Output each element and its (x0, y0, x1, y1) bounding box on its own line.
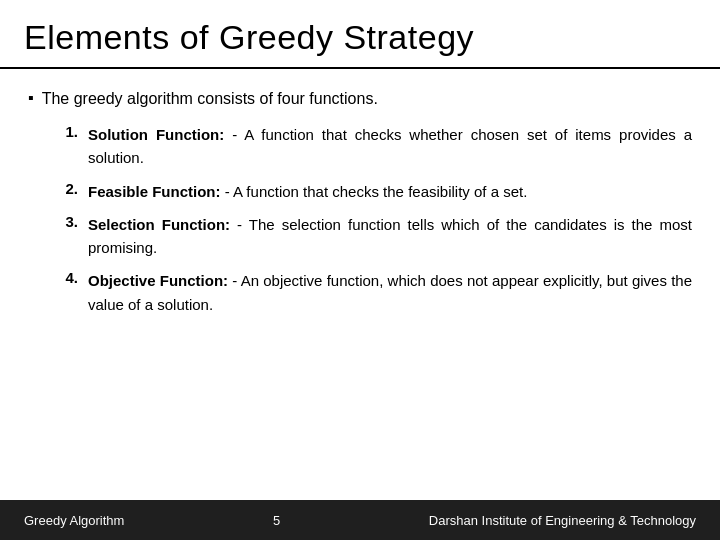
item-text: Feasible Function: - A function that che… (88, 180, 527, 203)
item-number: 3. (60, 213, 78, 230)
intro-bullet: ▪ The greedy algorithm consists of four … (28, 87, 692, 111)
functions-list: 1. Solution Function: - A function that … (60, 123, 692, 316)
intro-text: The greedy algorithm consists of four fu… (42, 87, 378, 111)
item-text: Selection Function: - The selection func… (88, 213, 692, 260)
slide-content: ▪ The greedy algorithm consists of four … (0, 69, 720, 500)
item-number: 2. (60, 180, 78, 197)
list-item: 3. Selection Function: - The selection f… (60, 213, 692, 260)
slide-title: Elements of Greedy Strategy (24, 18, 696, 57)
item-text: Objective Function: - An objective funct… (88, 269, 692, 316)
item-number: 4. (60, 269, 78, 286)
slide-footer: Greedy Algorithm 5 Darshan Institute of … (0, 500, 720, 540)
footer-left-text: Greedy Algorithm (24, 513, 124, 528)
footer-right-text: Darshan Institute of Engineering & Techn… (429, 513, 696, 528)
item-text: Solution Function: - A function that che… (88, 123, 692, 170)
slide: Elements of Greedy Strategy ▪ The greedy… (0, 0, 720, 540)
slide-header: Elements of Greedy Strategy (0, 0, 720, 69)
bullet-icon: ▪ (28, 89, 34, 107)
list-item: 4. Objective Function: - An objective fu… (60, 269, 692, 316)
list-item: 2. Feasible Function: - A function that … (60, 180, 692, 203)
footer-page-number: 5 (273, 513, 280, 528)
item-number: 1. (60, 123, 78, 140)
list-item: 1. Solution Function: - A function that … (60, 123, 692, 170)
